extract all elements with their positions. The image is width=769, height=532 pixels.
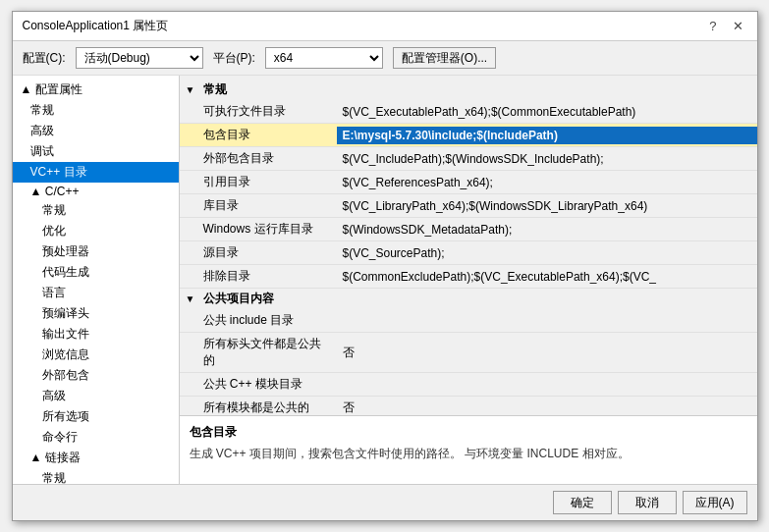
- section-public[interactable]: ▼ 公共项目内容: [180, 289, 757, 309]
- close-button[interactable]: ✕: [729, 19, 747, 33]
- cancel-button[interactable]: 取消: [618, 491, 677, 514]
- dialog-title: ConsoleApplication1 属性页: [23, 18, 169, 34]
- prop-row-ext-include[interactable]: 外部包含目录$(VC_IncludePath);$(WindowsSDK_Inc…: [180, 147, 757, 171]
- prop-name-include-dirs: 包含目录: [180, 125, 337, 145]
- section-public-props: 公共 include 目录所有标头文件都是公共的否公共 C++ 模块目录所有模块…: [180, 309, 757, 415]
- sidebar-item-output-files[interactable]: 输出文件: [13, 324, 179, 345]
- config-select[interactable]: 活动(Debug): [76, 47, 203, 69]
- sidebar-item-cmdline[interactable]: 命令行: [13, 427, 179, 448]
- section-toggle-general: ▼: [186, 84, 199, 95]
- prop-name-pub-headers: 所有标头文件都是公共的: [180, 334, 337, 371]
- right-panel: ▼ 常规 可执行文件目录$(VC_ExecutablePath_x64);$(C…: [180, 76, 757, 484]
- prop-value-exec-path: $(VC_ExecutablePath_x64);$(CommonExecuta…: [337, 103, 757, 121]
- prop-row-ref-dirs[interactable]: 引用目录$(VC_ReferencesPath_x64);: [180, 171, 757, 194]
- prop-row-pub-mods[interactable]: 所有模块都是公共的否: [180, 397, 757, 415]
- sidebar-item-code-gen[interactable]: 代码生成: [13, 262, 179, 283]
- prop-row-src-dirs[interactable]: 源目录$(VC_SourcePath);: [180, 241, 757, 265]
- sidebar-item-language[interactable]: 语言: [13, 283, 179, 303]
- description-area: 包含目录 生成 VC++ 项目期间，搜索包含文件时使用的路径。 与环境变量 IN…: [180, 415, 757, 484]
- sidebar-item-debug[interactable]: 调试: [13, 141, 179, 162]
- desc-text: 生成 VC++ 项目期间，搜索包含文件时使用的路径。 与环境变量 INCLUDE…: [190, 445, 747, 462]
- apply-button[interactable]: 应用(A): [683, 491, 747, 514]
- prop-value-pub-cpp-mods: [337, 383, 757, 387]
- sidebar-item-linker[interactable]: ▲ 链接器: [13, 448, 179, 468]
- sidebar-item-all-options[interactable]: 所有选项: [13, 406, 179, 427]
- platform-select[interactable]: x64: [265, 47, 383, 69]
- sidebar-item-linker-general[interactable]: 常规: [13, 468, 179, 484]
- ok-button[interactable]: 确定: [553, 491, 612, 514]
- prop-value-pub-mods: 否: [337, 398, 757, 415]
- config-label: 配置(C):: [23, 50, 66, 67]
- prop-name-pub-mods: 所有模块都是公共的: [180, 398, 337, 415]
- prop-name-exec-path: 可执行文件目录: [180, 101, 337, 122]
- prop-value-pub-headers: 否: [337, 343, 757, 363]
- section-general[interactable]: ▼ 常规: [180, 80, 757, 100]
- prop-row-pub-headers[interactable]: 所有标头文件都是公共的否: [180, 333, 757, 373]
- sidebar-item-vc-dirs[interactable]: VC++ 目录: [13, 162, 179, 183]
- section-toggle-public: ▼: [186, 293, 199, 304]
- sidebar-item-external-inc[interactable]: 外部包含: [13, 365, 179, 386]
- prop-value-src-dirs: $(VC_SourcePath);: [337, 244, 757, 262]
- title-bar: ConsoleApplication1 属性页 ? ✕: [13, 12, 757, 41]
- sidebar: ▲ 配置属性常规高级调试VC++ 目录▲ C/C++常规优化预处理器代码生成语言…: [13, 76, 180, 484]
- bottom-bar: 确定 取消 应用(A): [13, 484, 757, 520]
- sidebar-item-config-props[interactable]: ▲ 配置属性: [13, 80, 179, 100]
- prop-name-src-dirs: 源目录: [180, 242, 337, 263]
- prop-name-ref-dirs: 引用目录: [180, 172, 337, 192]
- prop-value-ext-include: $(VC_IncludePath);$(WindowsSDK_IncludePa…: [337, 150, 757, 168]
- platform-label: 平台(P):: [213, 50, 255, 67]
- help-button[interactable]: ?: [705, 19, 720, 33]
- properties-dialog: ConsoleApplication1 属性页 ? ✕ 配置(C): 活动(De…: [12, 11, 758, 521]
- prop-row-pub-cpp-mods[interactable]: 公共 C++ 模块目录: [180, 373, 757, 397]
- prop-value-include-dirs: E:\mysql-5.7.30\include;$(IncludePath)◄: [337, 127, 757, 144]
- sidebar-item-precompiled[interactable]: 预编译头: [13, 303, 179, 324]
- sidebar-item-preprocessor[interactable]: 预处理器: [13, 241, 179, 262]
- prop-value-lib-dirs: $(VC_LibraryPath_x64);$(WindowsSDK_Libra…: [337, 197, 757, 215]
- prop-value-winrt-dirs: $(WindowsSDK_MetadataPath);: [337, 221, 757, 239]
- prop-row-winrt-dirs[interactable]: Windows 运行库目录$(WindowsSDK_MetadataPath);: [180, 218, 757, 241]
- prop-name-pub-cpp-mods: 公共 C++ 模块目录: [180, 374, 337, 395]
- prop-row-include-dirs[interactable]: 包含目录E:\mysql-5.7.30\include;$(IncludePat…: [180, 124, 757, 147]
- prop-name-ext-include: 外部包含目录: [180, 148, 337, 169]
- prop-value-excl-dirs: $(CommonExcludePath);$(VC_ExecutablePath…: [337, 268, 757, 286]
- sidebar-item-optimization[interactable]: 优化: [13, 221, 179, 241]
- section-general-props: 可执行文件目录$(VC_ExecutablePath_x64);$(Common…: [180, 100, 757, 289]
- props-area: ▼ 常规 可执行文件目录$(VC_ExecutablePath_x64);$(C…: [180, 76, 757, 415]
- prop-row-lib-dirs[interactable]: 库目录$(VC_LibraryPath_x64);$(WindowsSDK_Li…: [180, 194, 757, 218]
- title-buttons: ? ✕: [705, 19, 746, 33]
- toolbar: 配置(C): 活动(Debug) 平台(P): x64 配置管理器(O)...: [13, 41, 757, 76]
- config-manager-button[interactable]: 配置管理器(O)...: [393, 47, 496, 69]
- section-general-label: 常规: [203, 81, 227, 98]
- prop-name-lib-dirs: 库目录: [180, 195, 337, 216]
- prop-value-pub-include: [337, 319, 757, 323]
- prop-name-pub-include: 公共 include 目录: [180, 310, 337, 331]
- prop-value-ref-dirs: $(VC_ReferencesPath_x64);: [337, 174, 757, 191]
- sidebar-item-advanced2[interactable]: 高级: [13, 386, 179, 406]
- sidebar-item-cpp-general[interactable]: 常规: [13, 200, 179, 221]
- prop-name-excl-dirs: 排除目录: [180, 266, 337, 287]
- section-public-label: 公共项目内容: [203, 291, 274, 307]
- sidebar-item-cpp[interactable]: ▲ C/C++: [13, 183, 179, 200]
- prop-row-pub-include[interactable]: 公共 include 目录: [180, 309, 757, 333]
- prop-name-winrt-dirs: Windows 运行库目录: [180, 219, 337, 239]
- prop-row-excl-dirs[interactable]: 排除目录$(CommonExcludePath);$(VC_Executable…: [180, 265, 757, 289]
- prop-row-exec-path[interactable]: 可执行文件目录$(VC_ExecutablePath_x64);$(Common…: [180, 100, 757, 124]
- sidebar-item-advanced[interactable]: 高级: [13, 121, 179, 141]
- content-area: ▲ 配置属性常规高级调试VC++ 目录▲ C/C++常规优化预处理器代码生成语言…: [13, 76, 757, 484]
- desc-title: 包含目录: [190, 424, 747, 441]
- sidebar-item-browser[interactable]: 浏览信息: [13, 345, 179, 365]
- sidebar-item-general[interactable]: 常规: [13, 100, 179, 121]
